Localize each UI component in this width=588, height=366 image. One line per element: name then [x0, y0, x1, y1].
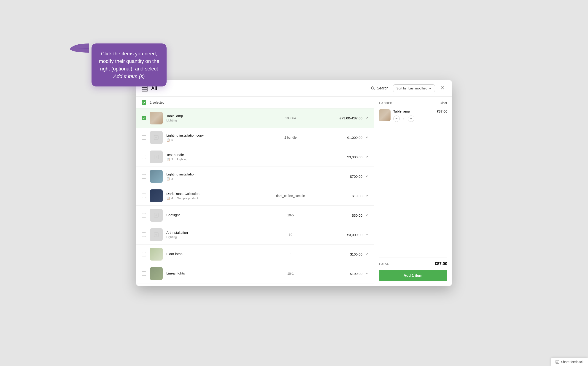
- item-info-floor-lamp: Floor lamp: [166, 252, 246, 257]
- total-amount: €87.00: [435, 261, 447, 266]
- item-info-lighting-copy: Lighting installation copy 📋 5: [166, 133, 246, 142]
- item-sku: 189864: [246, 116, 335, 120]
- quantity-value: 1: [403, 117, 405, 121]
- item-info-art: Art installation Lighting: [166, 231, 246, 239]
- item-sku: 5: [246, 252, 335, 256]
- modal-body: 1 selected Table lamp Lighting: [136, 97, 452, 286]
- item-price: $100.00: [335, 252, 362, 256]
- item-name: Spotlight: [166, 213, 246, 217]
- table-row[interactable]: Spotlight 10-5 $30.00: [136, 206, 374, 225]
- select-all-checkbox[interactable]: [142, 100, 146, 105]
- item-checkbox-test-bundle[interactable]: [142, 155, 146, 159]
- expand-icon[interactable]: [365, 214, 368, 217]
- added-count: 1 ADDED: [379, 101, 392, 105]
- item-name: Table lamp: [166, 114, 246, 118]
- item-sku: 10: [246, 233, 335, 236]
- added-item: Table lamp − 1 + €87.00: [379, 109, 447, 122]
- expand-icon[interactable]: [365, 155, 368, 159]
- item-name: Linear lights: [166, 271, 246, 275]
- modal-header: All Search Sort by: Last modified: [136, 80, 452, 97]
- table-row[interactable]: Test bundle 📋 3 | Lighting $3,000.00: [136, 147, 374, 167]
- added-item-name: Table lamp: [393, 109, 434, 113]
- right-panel: 1 ADDED Clear Table lamp − 1 + €87.00 TO…: [374, 97, 452, 286]
- table-row[interactable]: Art installation Lighting 10 €3,000.00: [136, 225, 374, 244]
- expand-icon[interactable]: [365, 116, 368, 120]
- item-checkbox-floor-lamp[interactable]: [142, 252, 146, 256]
- bundle-icon: 📋: [166, 197, 170, 200]
- item-name: Art installation: [166, 231, 246, 235]
- item-sku: 10-1: [246, 272, 335, 275]
- items-list: Table lamp Lighting 189864 €73.00–€87.00: [136, 108, 374, 286]
- item-checkbox-lighting-copy[interactable]: [142, 135, 146, 140]
- item-meta: Lighting: [166, 119, 246, 122]
- item-sku: 2 bundle: [246, 136, 335, 139]
- item-info-table-lamp: Table lamp Lighting: [166, 114, 246, 122]
- table-row[interactable]: Table lamp Lighting 189864 €73.00–€87.00: [136, 108, 374, 128]
- table-row[interactable]: Floor lamp 5 $100.00: [136, 244, 374, 264]
- selection-count: 1 selected: [150, 101, 165, 104]
- item-price: $3,000.00: [335, 155, 362, 159]
- expand-icon[interactable]: [365, 272, 368, 276]
- item-info-dark-roast: Dark Roast Collection 📋 4 | Sample produ…: [166, 192, 246, 200]
- menu-icon[interactable]: [142, 85, 148, 92]
- added-item-info: Table lamp − 1 +: [393, 109, 434, 122]
- search-button[interactable]: Search: [368, 84, 391, 92]
- item-info-linear: Linear lights: [166, 271, 246, 276]
- item-price: €1,000.00: [335, 136, 362, 139]
- item-price: $30.00: [335, 214, 362, 217]
- selection-bar: 1 selected: [136, 97, 374, 108]
- item-thumb-floor-lamp: [150, 248, 163, 260]
- expand-icon[interactable]: [365, 136, 368, 139]
- item-meta: Lighting: [166, 235, 246, 239]
- expand-icon[interactable]: [365, 175, 368, 178]
- svg-rect-0: [142, 86, 147, 86]
- item-info-lighting-install: Lighting installation 📋 3: [166, 172, 246, 181]
- svg-rect-1: [142, 87, 147, 88]
- expand-icon[interactable]: [365, 233, 368, 237]
- item-meta: 📋 3 | Lighting: [166, 158, 246, 161]
- item-checkbox-art-install[interactable]: [142, 232, 146, 237]
- quantity-decrease-button[interactable]: −: [393, 115, 400, 122]
- expand-icon[interactable]: [365, 194, 368, 198]
- table-row[interactable]: Lighting installation 📋 3 $700.00: [136, 167, 374, 186]
- item-thumb-test-bundle: [150, 151, 163, 163]
- sort-button[interactable]: Sort by: Last modified: [393, 84, 435, 92]
- item-price: $190.00: [335, 272, 362, 276]
- item-meta: 📋 4 | Sample product: [166, 197, 246, 200]
- item-thumb-art: [150, 228, 163, 241]
- table-row[interactable]: Linear lights 10-1 $190.00: [136, 264, 374, 283]
- item-price: €73.00–€87.00: [335, 116, 362, 120]
- table-row[interactable]: Lighting installation copy 📋 5 2 bundle …: [136, 128, 374, 147]
- item-checkbox-spotlight[interactable]: [142, 213, 146, 218]
- item-price: €3,000.00: [335, 233, 362, 237]
- item-thumb-lighting-install: [150, 170, 163, 183]
- bundle-icon: 📋: [166, 158, 170, 161]
- added-item-price: €87.00: [437, 109, 447, 113]
- item-name: Test bundle: [166, 153, 246, 157]
- item-meta: 📋 3: [166, 177, 246, 181]
- item-name: Dark Roast Collection: [166, 192, 246, 196]
- add-items-button[interactable]: Add 1 item: [379, 270, 447, 281]
- item-checkbox-lighting-install[interactable]: [142, 174, 146, 179]
- item-meta: 📋 5: [166, 138, 246, 142]
- quantity-increase-button[interactable]: +: [408, 115, 414, 122]
- item-checkbox-table-lamp[interactable]: [142, 116, 146, 120]
- item-info-test-bundle: Test bundle 📋 3 | Lighting: [166, 153, 246, 161]
- table-row[interactable]: Dark Roast Collection 📋 4 | Sample produ…: [136, 186, 374, 206]
- item-checkbox-dark-roast[interactable]: [142, 193, 146, 198]
- sort-label: Sort by: Last modified: [397, 86, 428, 90]
- close-button[interactable]: [439, 84, 446, 92]
- table-row[interactable]: LED lighting Lighting 1 $50.00: [136, 283, 374, 286]
- item-sku: dark_coffee_sample: [246, 194, 335, 198]
- item-name: Lighting installation: [166, 172, 246, 176]
- item-price: $700.00: [335, 175, 362, 178]
- share-feedback-button[interactable]: Share feedback: [551, 358, 588, 366]
- share-feedback-label: Share feedback: [561, 360, 583, 364]
- modal-title: All: [151, 85, 368, 91]
- bundle-icon: 📋: [166, 138, 170, 142]
- added-item-thumb: [379, 109, 390, 121]
- clear-button[interactable]: Clear: [440, 101, 447, 105]
- tooltip-text: Click the items you need, modify their q…: [99, 51, 159, 79]
- item-checkbox-linear[interactable]: [142, 271, 146, 276]
- expand-icon[interactable]: [365, 252, 368, 256]
